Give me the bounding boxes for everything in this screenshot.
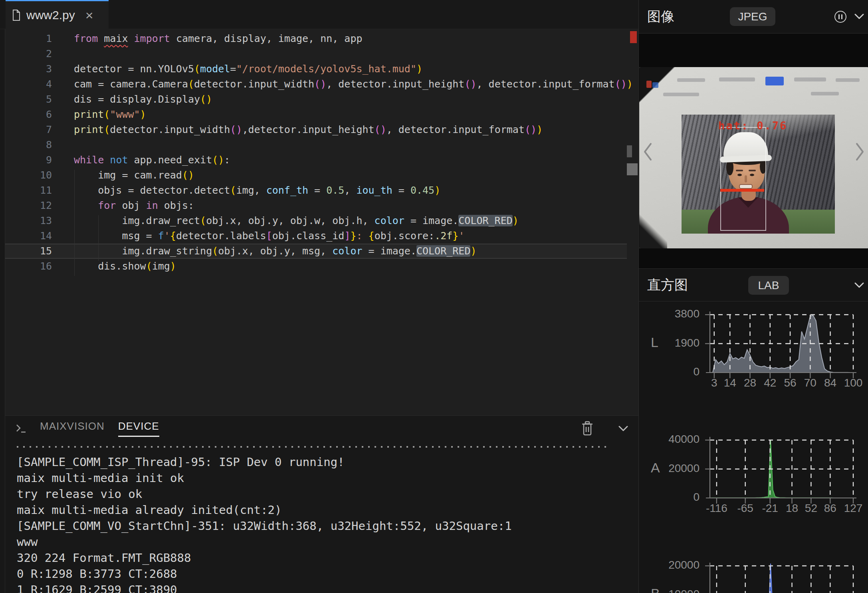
tab-www2py[interactable]: www2.py × bbox=[6, 0, 109, 29]
next-image-chevron-icon[interactable] bbox=[854, 142, 866, 161]
jpeg-format-button[interactable]: JPEG bbox=[730, 7, 775, 26]
tab-close-icon[interactable]: × bbox=[85, 8, 93, 22]
line-number: 12 bbox=[5, 198, 52, 213]
terminal-log-line: maix multi-media already inited(cnt:2) bbox=[17, 502, 638, 518]
browser-text-blur bbox=[794, 77, 826, 81]
file-icon bbox=[12, 10, 21, 21]
pause-icon[interactable] bbox=[834, 11, 846, 23]
browser-text-blur bbox=[677, 78, 705, 82]
terminal-log-line: maix multi-media init ok bbox=[17, 470, 638, 486]
code-lines: 1from maix import camera, display, image… bbox=[0, 31, 638, 274]
svg-text:1900: 1900 bbox=[675, 337, 700, 349]
terminal-tab-maixvision[interactable]: MAIXVISION bbox=[40, 420, 105, 437]
svg-text:3: 3 bbox=[711, 377, 717, 389]
lab-mode-button[interactable]: LAB bbox=[748, 276, 789, 295]
line-number: 8 bbox=[5, 137, 52, 153]
histogram-section-title: 直方图 bbox=[647, 276, 688, 294]
code-line[interactable]: 8 bbox=[0, 137, 627, 153]
histogram-a-chart: 40000200000-116-65-21185286127A bbox=[639, 427, 868, 527]
code-text: img.draw_rect(obj.x, obj.y, obj.w, obj.h… bbox=[52, 213, 519, 228]
line-number: 3 bbox=[5, 61, 52, 77]
code-line[interactable]: 15 img.draw_string(obj.x, obj.y, msg, co… bbox=[0, 244, 627, 259]
line-number: 11 bbox=[5, 183, 52, 198]
overview-ruler-mark bbox=[627, 163, 638, 175]
code-line[interactable]: 7print(detector.input_width(),detector.i… bbox=[0, 122, 627, 137]
code-line[interactable]: 13 img.draw_rect(obj.x, obj.y, obj.w, ob… bbox=[0, 213, 627, 228]
indent-guide bbox=[74, 170, 75, 276]
detection-underline bbox=[720, 189, 764, 192]
image-section-title: 图像 bbox=[647, 8, 674, 26]
camera-frame: hat: 0.76 bbox=[639, 67, 868, 248]
line-number: 14 bbox=[5, 228, 52, 244]
code-line[interactable]: 2 bbox=[0, 46, 627, 61]
svg-text:B: B bbox=[651, 586, 660, 593]
code-text: from maix import camera, display, image,… bbox=[52, 31, 363, 46]
svg-text:127: 127 bbox=[844, 502, 863, 514]
code-line[interactable]: 10 img = cam.read() bbox=[0, 168, 627, 183]
line-number: 1 bbox=[5, 31, 52, 46]
browser-text-blur bbox=[719, 77, 755, 81]
code-line[interactable]: 12 for obj in objs: bbox=[0, 198, 627, 213]
terminal-log-line: [SAMPLE_COMM_VO_StartChn]-351: u32Width:… bbox=[17, 518, 638, 534]
code-text: for obj in objs: bbox=[52, 198, 194, 213]
editor-tab-bar: www2.py × bbox=[0, 0, 638, 29]
code-line[interactable]: 16 dis.show(img) bbox=[0, 259, 627, 274]
line-number: 13 bbox=[5, 213, 52, 228]
histogram-svg-A: 40000200000-116-65-21185286127A bbox=[639, 427, 868, 527]
svg-text:20000: 20000 bbox=[668, 462, 700, 474]
svg-text:-65: -65 bbox=[737, 502, 753, 514]
svg-text:0: 0 bbox=[693, 491, 700, 503]
indent-guide bbox=[98, 215, 99, 261]
code-text: cam = camera.Camera(detector.input_width… bbox=[52, 77, 633, 92]
terminal-log-line: [SAMPLE_COMM_ISP_Thread]-95: ISP Dev 0 r… bbox=[17, 454, 638, 470]
code-line[interactable]: 14 msg = f'{detector.labels[obj.class_id… bbox=[0, 228, 627, 244]
code-line[interactable]: 9while not app.need_exit(): bbox=[0, 153, 627, 168]
code-editor[interactable]: 1from maix import camera, display, image… bbox=[0, 29, 638, 415]
code-line[interactable]: 5dis = display.Display() bbox=[0, 92, 627, 107]
code-line[interactable]: 11 objs = detector.detect(img, conf_th =… bbox=[0, 183, 627, 198]
code-text: while not app.need_exit(): bbox=[52, 153, 230, 168]
chevron-down-icon[interactable] bbox=[618, 426, 628, 432]
svg-text:-21: -21 bbox=[762, 502, 778, 514]
histogram-svg-L: 3800190003142842567084100L bbox=[639, 301, 868, 401]
code-line[interactable]: 4cam = camera.Camera(detector.input_widt… bbox=[0, 77, 627, 92]
chevron-down-icon[interactable] bbox=[854, 14, 864, 20]
svg-text:10000: 10000 bbox=[668, 588, 700, 593]
code-text: dis.show(img) bbox=[52, 259, 176, 274]
image-section-header: 图像 JPEG bbox=[639, 0, 868, 34]
line-number: 2 bbox=[5, 46, 52, 61]
trash-icon[interactable] bbox=[581, 421, 594, 436]
code-text: detector = nn.YOLOv5(model="/root/models… bbox=[52, 61, 422, 77]
code-line[interactable]: 6print("www") bbox=[0, 107, 627, 122]
line-number: 16 bbox=[5, 259, 52, 274]
terminal-log-line: try release vio ok bbox=[17, 486, 638, 502]
site-logo bbox=[646, 81, 652, 88]
overview-ruler-error-mark bbox=[630, 31, 637, 43]
svg-text:3800: 3800 bbox=[675, 307, 700, 320]
prev-image-chevron-icon[interactable] bbox=[642, 142, 653, 161]
detected-photo: hat: 0.76 bbox=[682, 115, 835, 234]
line-number: 4 bbox=[5, 77, 52, 92]
terminal-tab-device[interactable]: DEVICE bbox=[118, 420, 159, 437]
code-text: msg = f'{detector.labels[obj.class_id]}:… bbox=[52, 228, 464, 244]
browser-text-blur bbox=[836, 78, 860, 82]
code-line[interactable]: 1from maix import camera, display, image… bbox=[0, 31, 627, 46]
code-text: dis = display.Display() bbox=[52, 92, 212, 107]
browser-text-blur bbox=[811, 92, 839, 95]
terminal-log-line: 1 R:1629 B:2599 CT:3890 bbox=[17, 582, 638, 593]
photo-dark-corner bbox=[639, 199, 667, 248]
right-panel: 图像 JPEG bbox=[638, 0, 868, 593]
line-number: 7 bbox=[5, 122, 52, 137]
line-number: 6 bbox=[5, 107, 52, 122]
svg-text:14: 14 bbox=[724, 377, 736, 389]
detection-bbox bbox=[720, 127, 766, 231]
code-text bbox=[52, 137, 74, 153]
site-logo bbox=[652, 82, 658, 88]
code-line[interactable]: 3detector = nn.YOLOv5(model="/root/model… bbox=[0, 61, 627, 77]
editor-left-gutter-strip bbox=[0, 29, 5, 593]
chevron-down-icon[interactable] bbox=[854, 282, 864, 288]
svg-text:40000: 40000 bbox=[668, 433, 700, 445]
terminal-log-line: www bbox=[17, 534, 638, 550]
code-text: img = cam.read() bbox=[52, 168, 194, 183]
detection-label: hat: 0.76 bbox=[718, 119, 787, 132]
